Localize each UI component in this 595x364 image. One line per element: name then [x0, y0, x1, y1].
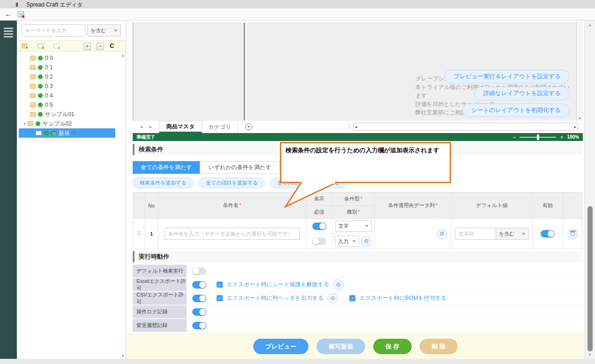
- back-button[interactable]: ←: [5, 10, 12, 18]
- tree-item-sample01[interactable]: サンプル01: [17, 110, 126, 119]
- zoom-in-icon[interactable]: +: [560, 135, 563, 140]
- required-toggle[interactable]: [312, 238, 326, 245]
- scroll-left-icon[interactable]: ◀: [355, 125, 357, 128]
- new-item-icon[interactable]: [38, 44, 44, 48]
- match-all-button[interactable]: 全ての条件を満たす: [133, 161, 200, 174]
- reset-layout-button[interactable]: シートのレイアウトを初期化する: [462, 104, 570, 117]
- target-settings-gear-icon[interactable]: ⚙: [437, 229, 447, 239]
- folder-icon: [28, 121, 33, 126]
- keyword-search-input[interactable]: [22, 24, 85, 37]
- operation-log-toggle[interactable]: [192, 308, 206, 316]
- scroll-right-icon[interactable]: ▶: [574, 125, 576, 128]
- page-scroll-down-icon[interactable]: ▼: [588, 353, 592, 357]
- default-match-select[interactable]: を含む: [496, 228, 529, 240]
- change-history-toggle[interactable]: [192, 322, 206, 329]
- show-toggle[interactable]: [312, 223, 326, 230]
- excel-export-toggle[interactable]: [192, 281, 206, 289]
- col-header-default: デフォルト値: [452, 193, 532, 219]
- condition-name-input[interactable]: [165, 228, 300, 240]
- edit-pencil-icon[interactable]: ✎: [72, 130, 77, 136]
- pane-splitter[interactable]: [244, 23, 245, 120]
- status-dot-icon: [38, 84, 43, 89]
- tree-item-03[interactable]: 0 3: [17, 82, 126, 91]
- detail-layout-button[interactable]: 詳細なレイアウトを設定する: [474, 87, 570, 100]
- save-button[interactable]: 保 存: [373, 339, 412, 354]
- page-scrollbar-thumb[interactable]: [587, 206, 593, 351]
- tree-panel: を含む + − C ▲ 0 0 0 1 0 2 0 3 0 4: [17, 21, 126, 359]
- tree-item-04[interactable]: 0 4: [17, 91, 126, 100]
- zoom-slider-thumb[interactable]: [537, 134, 539, 140]
- delete-row-button[interactable]: [567, 229, 578, 239]
- status-dot-icon: [36, 121, 40, 126]
- preview-button[interactable]: プレビュー: [253, 339, 309, 354]
- tree-item-00[interactable]: 0 0: [17, 53, 126, 63]
- tree-item-sample02[interactable]: ▾ サンプル02: [17, 119, 126, 128]
- enabled-toggle[interactable]: [541, 230, 555, 238]
- kind-select[interactable]: 入力: [335, 236, 359, 247]
- scroll-down-icon[interactable]: ▼: [578, 117, 581, 120]
- default-search-toggle[interactable]: [192, 267, 206, 275]
- tree-scroll-down-icon[interactable]: ▼: [121, 354, 125, 358]
- status-dot-icon: [38, 65, 43, 70]
- runtime-row-csv-export: CSVエクスポート許可 ✓ エクスポート時に列ヘッダを出力する ⚙ ✓ エクスポ…: [133, 292, 582, 305]
- chevron-down-icon: [352, 240, 356, 243]
- sheet-icon: [36, 131, 42, 135]
- match-type-value: を含む: [90, 27, 106, 34]
- excel-file-icon[interactable]: [18, 11, 24, 17]
- tab-prev-icon[interactable]: ◀: [140, 125, 143, 129]
- title-bar: ▮ Spread Craft エディタ: [0, 0, 595, 8]
- callout-tail: [280, 181, 355, 208]
- status-dot-icon: [38, 103, 43, 107]
- tab-category[interactable]: カテゴリ: [202, 121, 238, 133]
- collapse-icon[interactable]: ▾: [23, 121, 26, 126]
- add-condition-button[interactable]: 検索条件を追加する: [133, 178, 194, 188]
- add-sheet-icon[interactable]: +: [245, 123, 252, 130]
- menu-icon[interactable]: [4, 28, 13, 39]
- excel-option-gear-icon[interactable]: ⚙: [333, 279, 344, 290]
- tab-product-master[interactable]: 商品マスタ: [159, 121, 202, 133]
- delete-button[interactable]: 削 除: [420, 339, 458, 354]
- page-scrollbar[interactable]: ▲ ▼: [584, 21, 595, 359]
- kind-settings-gear-icon[interactable]: ⚙: [361, 236, 372, 247]
- bom-label[interactable]: エクスポート時にBOMを付与する: [359, 294, 446, 302]
- match-type-select[interactable]: を含む: [87, 24, 121, 37]
- condition-type-select[interactable]: 文字: [335, 221, 372, 232]
- runtime-row-change-history: 変更履歴記録: [133, 319, 582, 333]
- default-value-input[interactable]: [455, 228, 496, 240]
- match-any-button[interactable]: いずれかの条件を満たす: [200, 161, 279, 174]
- csv-option-gear-icon[interactable]: ⚙: [327, 293, 338, 304]
- zoom-control: − + 100%: [512, 134, 579, 140]
- drag-handle-icon[interactable]: ⠿: [137, 230, 141, 237]
- sheet-protect-label[interactable]: エクスポート時にシート保護を解除する: [226, 281, 329, 289]
- column-header-label[interactable]: エクスポート時に列ヘッダを出力する: [226, 294, 324, 302]
- sheet-protect-checkbox[interactable]: ✓: [217, 282, 223, 288]
- tree-item-05[interactable]: 0 5: [17, 100, 126, 110]
- main-area: グレープシティ株式会社 本トライアル版のご利用はローカル環境のみに制限されていま…: [126, 21, 584, 359]
- zoom-slider[interactable]: [520, 137, 556, 138]
- tree-item-02[interactable]: 0 2: [17, 72, 126, 82]
- tree-toolbar: + − C: [17, 40, 126, 52]
- page-scroll-up-icon[interactable]: ▲: [588, 23, 592, 27]
- tree-item-01[interactable]: 0 1: [17, 63, 126, 72]
- copy-new-button[interactable]: 複写新規: [316, 339, 365, 354]
- add-all-items-button[interactable]: 全ての項目を追加する: [199, 178, 265, 188]
- new-folder-icon[interactable]: [22, 44, 27, 48]
- refresh-icon[interactable]: C: [110, 42, 114, 49]
- bom-checkbox[interactable]: ✓: [349, 295, 355, 301]
- sheet-vertical-scrollbar[interactable]: ▼: [576, 23, 583, 121]
- tab-next-icon[interactable]: ▶: [150, 125, 152, 129]
- sheet-horizontal-scrollbar[interactable]: ◀ ▶: [353, 123, 578, 131]
- sheet-overlay-buttons: プレビュー実行＆レイアウトを設定する 詳細なレイアウトを設定する シートのレイア…: [444, 70, 570, 117]
- tree: ▲ 0 0 0 1 0 2 0 3 0 4 0 5 サンプル01: [17, 52, 126, 359]
- collapse-all-button[interactable]: −: [97, 43, 104, 50]
- tab-menu-icon[interactable]: ⋮: [346, 123, 352, 129]
- csv-export-toggle[interactable]: [192, 295, 206, 302]
- column-header-checkbox[interactable]: ✓: [217, 295, 223, 301]
- preview-layout-button[interactable]: プレビュー実行＆レイアウトを設定する: [444, 70, 570, 83]
- zoom-out-icon[interactable]: −: [512, 135, 516, 140]
- expand-all-button[interactable]: +: [83, 43, 91, 50]
- chevron-down-icon: [365, 225, 369, 227]
- copy-item-icon[interactable]: [53, 44, 60, 48]
- tree-item-new-selected[interactable]: 新規 ✎: [19, 128, 115, 138]
- section-title: 検索条件: [139, 145, 163, 154]
